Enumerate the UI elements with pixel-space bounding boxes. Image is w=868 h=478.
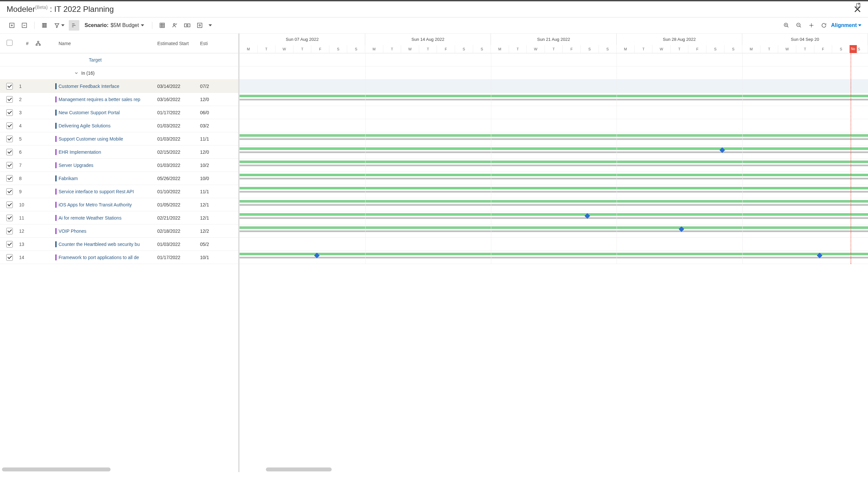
table-row[interactable]: 13 Counter the Heartbleed web security b…	[0, 238, 238, 251]
close-icon[interactable]	[854, 5, 861, 13]
row-name-link[interactable]: Customer Feedback Interface	[59, 84, 119, 89]
row-checkbox[interactable]	[6, 96, 13, 103]
gantt-row[interactable]	[240, 198, 868, 211]
timeline-week[interactable]: Sun 28 Aug 2022	[617, 34, 742, 45]
table-row[interactable]: 11 Ai for remote Weather Stations 02/21/…	[0, 211, 238, 225]
timeline-week[interactable]: Sun 07 Aug 2022	[240, 34, 365, 45]
group-toggle[interactable]: In (16)	[0, 70, 94, 76]
table-row[interactable]: 10 iOS Apps for Metro Transit Authority …	[0, 198, 238, 211]
filter-icon[interactable]	[52, 20, 67, 31]
row-name-link[interactable]: Server Upgrades	[59, 162, 93, 168]
row-name-link[interactable]: Service interface to support Rest API	[59, 189, 134, 194]
beta-tag: (Beta)	[35, 5, 48, 10]
gantt-bar[interactable]	[240, 187, 868, 189]
expand-all-icon[interactable]	[7, 20, 17, 31]
table-row[interactable]: 12 VOIP Phones 02/18/2022 12/2	[0, 225, 238, 238]
gantt-bar[interactable]	[240, 253, 868, 255]
gantt-row[interactable]	[240, 211, 868, 225]
settings-panel-icon[interactable]	[194, 20, 205, 31]
row-checkbox[interactable]	[6, 241, 13, 247]
grid-icon[interactable]	[157, 20, 167, 31]
row-name-link[interactable]: Ai for remote Weather Stations	[59, 215, 121, 220]
gantt-row[interactable]	[240, 225, 868, 238]
gantt-row[interactable]	[240, 238, 868, 251]
gantt-bar[interactable]	[240, 200, 868, 203]
row-name-link[interactable]: Fabrikam	[59, 176, 78, 181]
gantt-row[interactable]	[240, 80, 868, 93]
gantt-row[interactable]	[240, 93, 868, 106]
table-row[interactable]: 1 Customer Feedback Interface 03/14/2022…	[0, 80, 238, 93]
row-checkbox[interactable]	[6, 122, 13, 129]
table-row[interactable]: 5 Support Customer using Mobile 01/03/20…	[0, 132, 238, 146]
target-link[interactable]: Target	[0, 57, 102, 63]
row-checkbox[interactable]	[6, 228, 13, 234]
row-name-link[interactable]: Management requires a better sales rep	[59, 97, 140, 102]
row-name-link[interactable]: EHR Implementation	[59, 149, 101, 155]
row-name-link[interactable]: Delivering Agile Solutions	[59, 123, 111, 128]
collapse-all-icon[interactable]	[19, 20, 30, 31]
timeline-week[interactable]: Sun 21 Aug 2022	[491, 34, 617, 45]
more-dropdown[interactable]	[207, 20, 214, 31]
row-name-link[interactable]: Support Customer using Mobile	[59, 136, 123, 142]
gantt-row[interactable]	[240, 132, 868, 146]
gantt-row[interactable]	[240, 251, 868, 264]
row-checkbox[interactable]	[6, 254, 13, 261]
left-scrollbar[interactable]	[2, 468, 111, 471]
row-checkbox[interactable]	[6, 215, 13, 221]
table-row[interactable]: 4 Delivering Agile Solutions 01/03/2022 …	[0, 119, 238, 132]
scenario-dropdown[interactable]: Scenario: $5M Budget	[81, 22, 147, 28]
select-all-checkbox[interactable]	[7, 40, 12, 46]
gantt-bar[interactable]	[240, 148, 868, 150]
row-name-link[interactable]: New Customer Support Portal	[59, 110, 120, 115]
gantt-bar[interactable]	[240, 161, 868, 163]
column-number[interactable]: #	[19, 41, 35, 46]
gantt-bar[interactable]	[240, 174, 868, 176]
row-checkbox[interactable]	[6, 175, 13, 182]
right-scrollbar[interactable]	[266, 468, 332, 471]
timeline-week[interactable]: Sun 04 Sep 20	[742, 34, 868, 45]
zoom-out-icon[interactable]	[794, 20, 804, 31]
row-checkbox[interactable]	[6, 83, 13, 90]
table-row[interactable]: 3 New Customer Support Portal 01/17/2022…	[0, 106, 238, 119]
gantt-row[interactable]	[240, 119, 868, 132]
row-name-link[interactable]: Framework to port applications to all de	[59, 255, 139, 260]
row-checkbox[interactable]	[6, 109, 13, 116]
gantt-row[interactable]	[240, 106, 868, 119]
gantt-row[interactable]	[240, 146, 868, 159]
timeline-day: F	[688, 45, 707, 53]
column-hierarchy-icon[interactable]	[35, 41, 55, 46]
gantt-view-icon[interactable]	[69, 20, 79, 31]
people-icon[interactable]	[169, 20, 180, 31]
fit-icon[interactable]	[806, 20, 817, 31]
gantt-row[interactable]	[240, 185, 868, 198]
timeline-week[interactable]: Sun 14 Aug 2022	[365, 34, 491, 45]
gantt-row[interactable]	[240, 172, 868, 185]
column-est-end[interactable]: Esti	[200, 41, 230, 46]
column-name[interactable]: Name	[55, 41, 157, 46]
gantt-bar[interactable]	[240, 95, 868, 97]
row-name-link[interactable]: VOIP Phones	[59, 229, 87, 234]
gantt-bar[interactable]	[240, 134, 868, 137]
table-row[interactable]: 6 EHR Implementation 02/15/2022 12/0	[0, 146, 238, 159]
table-row[interactable]: 14 Framework to port applications to all…	[0, 251, 238, 264]
row-checkbox[interactable]	[6, 162, 13, 169]
gantt-row[interactable]	[240, 159, 868, 172]
refresh-icon[interactable]	[819, 20, 829, 31]
columns-icon[interactable]	[39, 20, 50, 31]
gantt-bar[interactable]	[240, 213, 868, 216]
gantt-bar[interactable]	[240, 227, 868, 229]
money-icon[interactable]	[182, 20, 192, 31]
row-checkbox[interactable]	[6, 136, 13, 142]
table-row[interactable]: 2 Management requires a better sales rep…	[0, 93, 238, 106]
row-checkbox[interactable]	[6, 188, 13, 195]
row-checkbox[interactable]	[6, 202, 13, 208]
column-est-start[interactable]: Estimated Start	[157, 41, 200, 46]
table-row[interactable]: 7 Server Upgrades 01/03/2022 10/2	[0, 159, 238, 172]
table-row[interactable]: 9 Service interface to support Rest API …	[0, 185, 238, 198]
row-name-link[interactable]: Counter the Heartbleed web security bu	[59, 242, 140, 247]
zoom-in-icon[interactable]	[781, 20, 792, 31]
row-checkbox[interactable]	[6, 149, 13, 155]
table-row[interactable]: 8 Fabrikam 05/26/2022 10/0	[0, 172, 238, 185]
row-name-link[interactable]: iOS Apps for Metro Transit Authority	[59, 202, 132, 207]
alignment-dropdown[interactable]: Alignment	[831, 22, 861, 28]
